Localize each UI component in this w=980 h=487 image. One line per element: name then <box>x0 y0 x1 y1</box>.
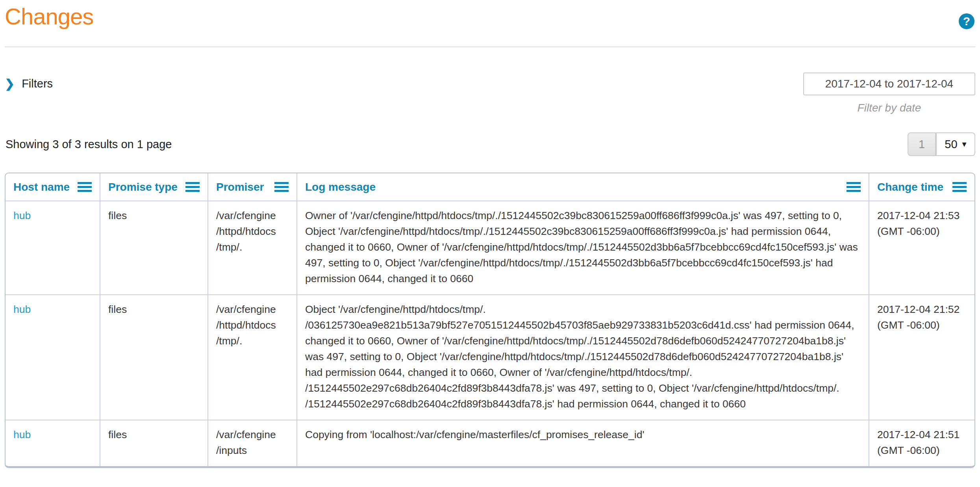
page-size-value: 50 <box>945 138 957 151</box>
column-menu-icon[interactable] <box>78 182 92 192</box>
column-header-label: Log message <box>305 181 376 193</box>
promise-type-cell: files <box>100 201 208 295</box>
table-row: hub files ​/var​/cfengine​/httpd​/htdocs… <box>6 295 974 420</box>
column-header-label: Promise type <box>108 181 178 193</box>
change-time-cell: 2017-12-04 21:52 (GMT -06:00) <box>869 295 974 420</box>
table-row: hub files ​/var​/cfengine​/httpd​/htdocs… <box>6 201 974 295</box>
page-number-button[interactable]: 1 <box>908 132 936 156</box>
chevron-right-icon: ❯ <box>5 78 15 90</box>
column-header: Host name <box>6 173 100 201</box>
column-menu-icon[interactable] <box>185 182 200 192</box>
column-header: Log message <box>297 173 869 201</box>
host-link[interactable]: hub <box>13 429 31 441</box>
promiser-cell: ​/var​/cfengine​/httpd​/htdocs​/tmp​/. <box>208 295 297 420</box>
date-filter: Filter by date <box>803 72 975 114</box>
date-range-input[interactable] <box>803 72 975 95</box>
filters-band: ❯ Filters Filter by date <box>5 72 975 114</box>
header-divider <box>5 46 975 47</box>
table-row: hub files ​/var​/cfengine​/inputs Copyin… <box>6 420 974 466</box>
column-header-label: Change time <box>877 181 943 193</box>
column-header: Promiser <box>208 173 297 201</box>
caret-down-icon: ▾ <box>962 140 967 149</box>
column-header: Promise type <box>100 173 208 201</box>
pagination: 1 50 ▾ <box>908 132 975 156</box>
table-header-row: Host name Promise type Promiser Log mess… <box>6 173 974 201</box>
column-menu-icon[interactable] <box>274 182 289 192</box>
change-time-cell: 2017-12-04 21:53 (GMT -06:00) <box>869 201 974 295</box>
column-header: Change time <box>869 173 974 201</box>
filters-label: Filters <box>22 77 53 90</box>
page-header: Changes ? <box>5 0 975 29</box>
change-time-cell: 2017-12-04 21:51 (GMT -06:00) <box>869 420 974 466</box>
host-link[interactable]: hub <box>13 210 31 221</box>
log-message-cell: Copying from 'localhost:​/var​/cfengine​… <box>297 420 869 466</box>
log-message-cell: Object '​/var​/cfengine​/httpd​/htdocs​/… <box>297 295 869 420</box>
column-menu-icon[interactable] <box>847 182 861 192</box>
column-header-label: Host name <box>13 181 70 193</box>
results-summary: Showing 3 of 3 results on 1 page <box>5 138 172 151</box>
date-filter-hint: Filter by date <box>858 102 921 114</box>
column-menu-icon[interactable] <box>952 182 967 192</box>
promiser-cell: ​/var​/cfengine​/httpd​/htdocs​/tmp​/. <box>208 201 297 295</box>
host-link[interactable]: hub <box>13 303 31 315</box>
promise-type-cell: files <box>100 295 208 420</box>
page-size-dropdown[interactable]: 50 ▾ <box>936 132 975 156</box>
column-header-label: Promiser <box>216 181 264 193</box>
changes-table: Host name Promise type Promiser Log mess… <box>5 173 975 468</box>
promiser-cell: ​/var​/cfengine​/inputs <box>208 420 297 466</box>
results-band: Showing 3 of 3 results on 1 page 1 50 ▾ <box>5 132 975 156</box>
page-title: Changes <box>5 4 93 29</box>
help-icon[interactable]: ? <box>959 13 974 29</box>
filters-toggle[interactable]: ❯ Filters <box>5 77 53 90</box>
promise-type-cell: files <box>100 420 208 466</box>
log-message-cell: Owner of '​/var​/cfengine​/httpd​/htdocs… <box>297 201 869 295</box>
changes-page: Changes ? ❯ Filters Filter by date Showi… <box>0 0 980 487</box>
